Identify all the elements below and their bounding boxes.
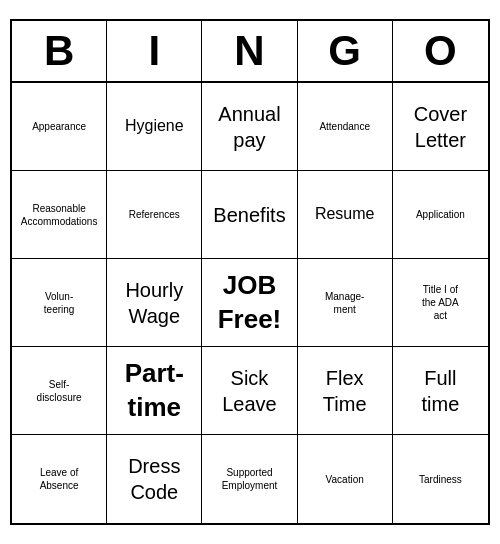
bingo-cell-17: SickLeave <box>202 347 297 435</box>
bingo-cell-4: CoverLetter <box>393 83 488 171</box>
bingo-cell-2: Annualpay <box>202 83 297 171</box>
cell-text-16: Part-time <box>125 357 184 425</box>
bingo-header: BINGO <box>12 21 488 83</box>
cell-text-13: Manage-ment <box>325 290 364 316</box>
bingo-letter-g: G <box>298 21 393 81</box>
bingo-cell-16: Part-time <box>107 347 202 435</box>
cell-text-18: FlexTime <box>323 365 367 417</box>
bingo-card: BINGO AppearanceHygieneAnnualpayAttendan… <box>10 19 490 525</box>
bingo-cell-18: FlexTime <box>298 347 393 435</box>
cell-text-8: Resume <box>315 204 375 225</box>
cell-text-15: Self-disclosure <box>37 378 82 404</box>
cell-text-5: Reasonable Accommodations <box>16 202 102 228</box>
bingo-letter-b: B <box>12 21 107 81</box>
bingo-cell-11: HourlyWage <box>107 259 202 347</box>
bingo-cell-14: Title I ofthe ADAact <box>393 259 488 347</box>
bingo-cell-7: Benefits <box>202 171 297 259</box>
cell-text-21: DressCode <box>128 453 180 505</box>
bingo-cell-1: Hygiene <box>107 83 202 171</box>
cell-text-14: Title I ofthe ADAact <box>422 283 459 322</box>
bingo-cell-13: Manage-ment <box>298 259 393 347</box>
cell-text-20: Leave ofAbsence <box>40 466 79 492</box>
bingo-cell-21: DressCode <box>107 435 202 523</box>
bingo-letter-i: I <box>107 21 202 81</box>
cell-text-2: Annualpay <box>218 101 280 153</box>
bingo-cell-24: Tardiness <box>393 435 488 523</box>
cell-text-19: Fulltime <box>421 365 459 417</box>
bingo-cell-10: Volun-teering <box>12 259 107 347</box>
cell-text-4: CoverLetter <box>414 101 467 153</box>
bingo-cell-3: Attendance <box>298 83 393 171</box>
cell-text-22: Supported Employment <box>206 466 292 492</box>
bingo-cell-6: References <box>107 171 202 259</box>
bingo-letter-o: O <box>393 21 488 81</box>
bingo-cell-5: Reasonable Accommodations <box>12 171 107 259</box>
bingo-cell-19: Fulltime <box>393 347 488 435</box>
bingo-cell-23: Vacation <box>298 435 393 523</box>
cell-text-24: Tardiness <box>419 473 462 486</box>
cell-text-7: Benefits <box>213 202 285 228</box>
bingo-cell-12: JOBFree! <box>202 259 297 347</box>
bingo-letter-n: N <box>202 21 297 81</box>
bingo-cell-22: Supported Employment <box>202 435 297 523</box>
cell-text-9: Application <box>416 208 465 221</box>
cell-text-1: Hygiene <box>125 116 184 137</box>
bingo-cell-9: Application <box>393 171 488 259</box>
cell-text-0: Appearance <box>32 120 86 133</box>
bingo-cell-0: Appearance <box>12 83 107 171</box>
bingo-cell-8: Resume <box>298 171 393 259</box>
cell-text-3: Attendance <box>319 120 370 133</box>
cell-text-11: HourlyWage <box>125 277 183 329</box>
cell-text-10: Volun-teering <box>44 290 75 316</box>
bingo-cell-20: Leave ofAbsence <box>12 435 107 523</box>
cell-text-17: SickLeave <box>222 365 277 417</box>
bingo-cell-15: Self-disclosure <box>12 347 107 435</box>
cell-text-23: Vacation <box>326 473 364 486</box>
cell-text-6: References <box>129 208 180 221</box>
bingo-grid: AppearanceHygieneAnnualpayAttendanceCove… <box>12 83 488 523</box>
cell-text-12: JOBFree! <box>218 269 282 337</box>
